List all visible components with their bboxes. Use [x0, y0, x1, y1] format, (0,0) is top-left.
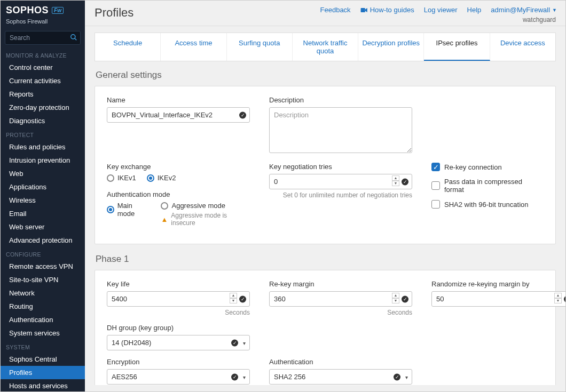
sidebar-item-web-server[interactable]: Web server [1, 220, 85, 234]
sidebar-item-rules-and-policies[interactable]: Rules and policies [1, 140, 85, 154]
checkbox-compress[interactable]: Pass data in compressed format [431, 178, 544, 194]
search-input[interactable] [5, 31, 81, 45]
tab-surfing-quota[interactable]: Surfing quota [227, 33, 293, 61]
nav-section-title: PROTECT [1, 127, 85, 140]
chevron-down-icon: ▼ [552, 7, 557, 13]
radio-ikev2[interactable]: IKEv2 [147, 174, 176, 182]
panel-general: Name ✓ Description Key exchange [95, 86, 556, 244]
random-input[interactable] [431, 291, 565, 307]
log-viewer-link[interactable]: Log viewer [424, 6, 458, 14]
video-icon [360, 7, 368, 13]
sidebar-item-site-to-site-vpn[interactable]: Site-to-site VPN [1, 273, 85, 286]
check-icon: ✓ [402, 295, 408, 302]
tenant-name: watchguard [523, 16, 557, 23]
spinner[interactable]: ▲▼ [554, 293, 562, 303]
description-input[interactable] [269, 107, 412, 153]
radio-icon [161, 202, 168, 210]
warning-icon: ▲ [161, 215, 168, 223]
name-input[interactable] [107, 107, 250, 123]
check-icon: ✓ [239, 295, 246, 302]
tab-ipsec-profiles[interactable]: IPsec profiles [424, 33, 490, 61]
nav-section-title: MONITOR & ANALYZE [1, 48, 85, 61]
checkbox-icon: ✓ [431, 163, 440, 171]
search-icon[interactable] [70, 34, 77, 41]
logo: SOPHOS Fw [1, 1, 85, 18]
sidebar-item-zero-day-protection[interactable]: Zero-day protection [1, 101, 85, 114]
check-icon: ✓ [394, 373, 400, 380]
section-general-title: General settings [96, 70, 556, 81]
checkbox-icon [431, 200, 440, 209]
key-neg-hint: Set 0 for unlimited number of negotiatio… [269, 191, 412, 199]
key-neg-input[interactable] [269, 174, 412, 189]
checkbox-icon [431, 181, 440, 190]
svg-point-0 [71, 35, 75, 39]
sidebar-item-reports[interactable]: Reports [1, 87, 85, 101]
tab-device-access[interactable]: Device access [490, 33, 555, 61]
enc-label: Encryption [107, 358, 250, 366]
user-menu[interactable]: admin@MyFirewall ▼ [491, 6, 557, 14]
check-icon: ✓ [402, 178, 408, 185]
nav-section-title: SYSTEM [1, 340, 85, 353]
spinner[interactable]: ▲▼ [230, 293, 237, 303]
radio-main-mode[interactable]: Main mode [107, 202, 150, 218]
sidebar-item-sophos-central[interactable]: Sophos Central [1, 353, 85, 366]
tab-decryption-profiles[interactable]: Decryption profiles [358, 33, 424, 61]
radio-icon [147, 174, 154, 182]
rekey-margin-unit: Seconds [269, 309, 412, 316]
dh-select[interactable] [107, 335, 250, 350]
key-neg-label: Key negotiation tries [269, 163, 412, 171]
sidebar-item-routing[interactable]: Routing [1, 300, 85, 313]
radio-ikev1[interactable]: IKEv1 [107, 174, 136, 182]
svg-rect-2 [360, 7, 365, 12]
sidebar-item-wireless[interactable]: Wireless [1, 194, 85, 207]
sidebar-item-system-services[interactable]: System services [1, 326, 85, 340]
name-label: Name [107, 96, 250, 104]
radio-aggressive-mode[interactable]: Aggressive mode [161, 202, 250, 210]
main: Profiles Feedback How-to guides Log view… [85, 1, 565, 391]
rekey-margin-input[interactable] [269, 291, 412, 307]
sidebar-item-remote-access-vpn[interactable]: Remote access VPN [1, 260, 85, 273]
help-link[interactable]: Help [467, 6, 482, 14]
radio-icon [107, 174, 114, 182]
howto-link[interactable]: How-to guides [360, 6, 414, 14]
sidebar-item-intrusion-prevention[interactable]: Intrusion prevention [1, 154, 85, 167]
random-unit: % [431, 309, 565, 316]
spinner[interactable]: ▲▼ [392, 293, 399, 303]
sidebar: SOPHOS Fw Sophos Firewall MONITOR & ANAL… [1, 1, 85, 391]
check-icon: ✓ [239, 111, 246, 118]
spinner[interactable]: ▲▼ [392, 175, 399, 186]
aggressive-warning: Aggressive mode is insecure [171, 212, 250, 227]
auth-select[interactable] [269, 369, 412, 385]
topbar: Profiles Feedback How-to guides Log view… [85, 1, 565, 26]
radio-icon [107, 206, 114, 213]
keylife-input[interactable] [107, 291, 250, 307]
checkbox-rekey[interactable]: ✓ Re-key connection [431, 163, 544, 171]
auth-mode-label: Authentication mode [107, 190, 250, 198]
tabs: ScheduleAccess timeSurfing quotaNetwork … [95, 33, 556, 61]
tab-network-traffic-quota[interactable]: Network traffic quota [293, 33, 358, 61]
rekey-margin-label: Re-key margin [269, 280, 412, 288]
checkbox-sha2-96[interactable]: SHA2 with 96-bit truncation [431, 200, 544, 209]
feedback-link[interactable]: Feedback [320, 6, 351, 14]
section-phase1-title: Phase 1 [96, 254, 556, 265]
sidebar-item-current-activities[interactable]: Current activities [1, 74, 85, 87]
sidebar-item-profiles[interactable]: Profiles [1, 366, 85, 379]
enc-select[interactable] [107, 369, 250, 385]
sidebar-item-applications[interactable]: Applications [1, 180, 85, 194]
check-icon: ✓ [231, 373, 238, 380]
sidebar-item-email[interactable]: Email [1, 207, 85, 220]
sidebar-item-hosts-and-services[interactable]: Hosts and services [1, 379, 85, 392]
description-label: Description [269, 96, 412, 104]
tab-schedule[interactable]: Schedule [95, 33, 161, 61]
nav-section-title: CONFIGURE [1, 247, 85, 260]
sidebar-item-control-center[interactable]: Control center [1, 61, 85, 74]
sidebar-item-advanced-protection[interactable]: Advanced protection [1, 234, 85, 247]
sidebar-item-web[interactable]: Web [1, 167, 85, 180]
sidebar-item-network[interactable]: Network [1, 286, 85, 300]
sidebar-item-authentication[interactable]: Authentication [1, 313, 85, 326]
svg-line-1 [75, 38, 77, 41]
sidebar-item-diagnostics[interactable]: Diagnostics [1, 114, 85, 127]
auth-label: Authentication [269, 358, 412, 366]
keylife-label: Key life [107, 280, 250, 288]
tab-access-time[interactable]: Access time [161, 33, 226, 61]
